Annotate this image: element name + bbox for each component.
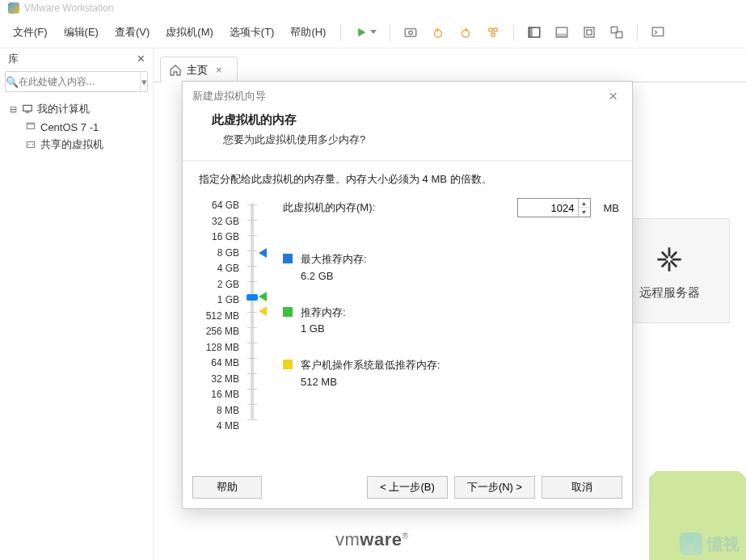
menu-file[interactable]: 文件(F): [6, 22, 54, 43]
library-sidebar: 库 × 🔍 ▾ ⊟ 我的计算机 CentOS 7 -1 共享的虚拟机: [0, 48, 154, 560]
back-button[interactable]: < 上一步(B): [367, 476, 448, 499]
menubar: 文件(F) 编辑(E) 查看(V) 虚拟机(M) 选项卡(T) 帮助(H): [0, 16, 746, 48]
marker-max-icon: [259, 248, 267, 258]
svg-rect-0: [406, 28, 417, 36]
tree-label: 共享的虚拟机: [40, 137, 103, 152]
legend-min: 客户机操作系统最低推荐内存: 512 MB: [301, 357, 440, 391]
memory-input[interactable]: [518, 202, 578, 214]
scale-label: 1 GB: [217, 293, 239, 307]
separator: [340, 23, 341, 41]
svg-rect-10: [557, 33, 568, 37]
svg-rect-17: [26, 112, 30, 113]
console-button[interactable]: [646, 21, 670, 44]
spin-down-button[interactable]: ▼: [579, 208, 590, 217]
tab-bar: 主页 ×: [154, 57, 746, 82]
help-button[interactable]: 帮助: [192, 476, 262, 499]
search-icon: 🔍: [6, 76, 19, 88]
scale-label: 256 MB: [206, 324, 239, 339]
remote-server-icon: [651, 242, 687, 277]
search-dropdown-button[interactable]: ▾: [140, 72, 147, 91]
svg-point-5: [494, 27, 498, 32]
memory-unit: MB: [599, 202, 620, 214]
memory-scale: 64 GB32 GB16 GB8 GB4 GB2 GB1 GB512 MB256…: [196, 198, 268, 433]
shared-vm-icon: [24, 138, 37, 151]
scale-label: 4 MB: [217, 419, 239, 433]
scale-label: 2 GB: [217, 277, 239, 292]
memory-slider[interactable]: [244, 198, 268, 424]
scale-label: 128 MB: [206, 340, 239, 355]
memory-field-label: 此虚拟机的内存(M):: [283, 200, 509, 215]
sidebar-search[interactable]: 🔍 ▾: [5, 71, 148, 92]
window-titlebar: VMware Workstation: [0, 0, 746, 16]
watermark: 懂视: [680, 533, 740, 555]
collapse-icon[interactable]: ⊟: [8, 104, 18, 115]
svg-rect-16: [23, 105, 32, 111]
library-tree: ⊟ 我的计算机 CentOS 7 -1 共享的虚拟机: [0, 97, 153, 157]
view-sidebar-button[interactable]: [522, 21, 546, 44]
marker-recommended-icon: [259, 292, 267, 301]
marker-min-icon: [259, 306, 267, 316]
menu-tabs[interactable]: 选项卡(T): [223, 22, 281, 43]
menu-vm[interactable]: 虚拟机(M): [159, 22, 220, 43]
slider-handle[interactable]: [247, 294, 258, 301]
scale-label: 8 GB: [217, 246, 239, 260]
tree-item-my-computer[interactable]: ⊟ 我的计算机: [3, 100, 150, 118]
separator: [390, 23, 390, 41]
view-unity-button[interactable]: [605, 21, 629, 44]
app-logo-icon: [8, 2, 19, 14]
svg-point-1: [409, 31, 413, 35]
memory-spinner[interactable]: ▲ ▼: [517, 198, 591, 217]
separator: [637, 23, 638, 41]
next-button[interactable]: 下一步(N) >: [454, 476, 535, 499]
snapshot-button[interactable]: [398, 21, 423, 44]
legend-recommended: 推荐内存: 1 GB: [301, 305, 346, 339]
tab-home[interactable]: 主页 ×: [160, 57, 238, 82]
scale-label: 64 MB: [211, 356, 239, 370]
svg-rect-8: [529, 27, 533, 37]
svg-rect-20: [27, 142, 34, 148]
snapshot-manager-button[interactable]: [481, 21, 505, 44]
tree-label: 我的计算机: [37, 102, 90, 116]
menu-help[interactable]: 帮助(H): [284, 22, 332, 43]
tab-close-button[interactable]: ×: [213, 62, 225, 78]
scale-label: 16 GB: [212, 229, 239, 244]
app-title: VMware Workstation: [24, 2, 113, 14]
snapshot-revert-button[interactable]: [426, 21, 450, 44]
cancel-button[interactable]: 取消: [542, 476, 622, 499]
svg-rect-15: [653, 27, 664, 36]
view-fullscreen-button[interactable]: [577, 21, 601, 44]
legend-min-swatch-icon: [283, 360, 293, 369]
chevron-down-icon: [370, 30, 377, 34]
scale-label: 32 GB: [212, 214, 239, 229]
search-input[interactable]: [19, 76, 140, 87]
legend-max: 最大推荐内存: 6.2 GB: [301, 251, 367, 285]
menu-edit[interactable]: 编辑(E): [57, 22, 105, 43]
watermark-logo-icon: [680, 533, 702, 555]
svg-point-21: [28, 144, 30, 145]
tree-item-centos[interactable]: CentOS 7 -1: [3, 118, 150, 136]
svg-point-6: [491, 32, 495, 36]
menu-view[interactable]: 查看(V): [108, 22, 156, 43]
svg-point-4: [489, 27, 493, 32]
power-on-button[interactable]: [349, 21, 381, 44]
vmware-brand: vmware®: [335, 529, 408, 550]
scale-label: 32 MB: [211, 372, 239, 386]
computer-icon: [21, 103, 34, 116]
sidebar-close-button[interactable]: ×: [134, 52, 148, 66]
tree-label: CentOS 7 -1: [40, 121, 99, 133]
home-icon: [169, 64, 182, 77]
view-thumbnail-button[interactable]: [550, 21, 574, 44]
new-vm-wizard-dialog: 新建虚拟机向导 × 此虚拟机的内存 您要为此虚拟机使用多少内存? 指定分配给此虚…: [182, 81, 633, 509]
scale-labels: 64 GB32 GB16 GB8 GB4 GB2 GB1 GB512 MB256…: [196, 198, 239, 433]
separator: [513, 23, 514, 41]
vm-icon: [24, 120, 37, 133]
snapshot-next-button[interactable]: [453, 21, 478, 44]
spin-up-button[interactable]: ▲: [579, 199, 590, 208]
dialog-subheading: 您要为此虚拟机使用多少内存?: [212, 133, 603, 147]
svg-rect-11: [584, 27, 594, 37]
svg-rect-12: [587, 30, 592, 35]
legend-max-swatch-icon: [283, 254, 293, 263]
dialog-close-button[interactable]: ×: [604, 85, 622, 108]
tree-item-shared[interactable]: 共享的虚拟机: [3, 136, 150, 154]
scale-label: 4 GB: [217, 261, 239, 276]
